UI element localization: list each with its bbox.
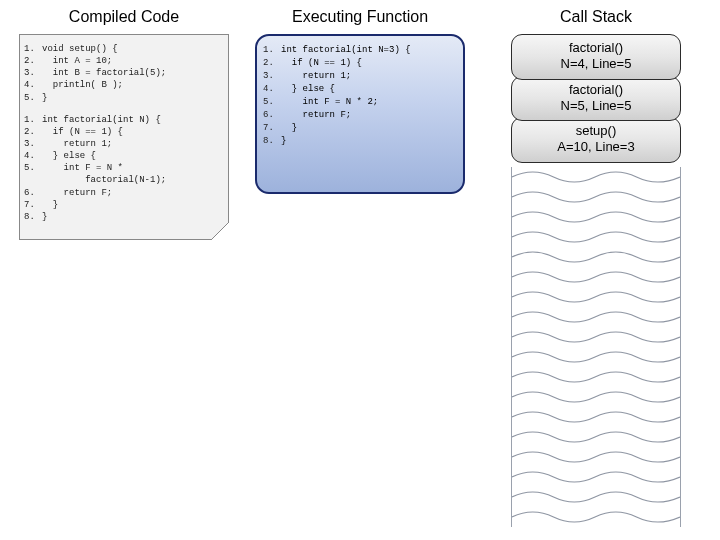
stack-frame-0: factorial() N=4, Line=5 [511, 34, 681, 80]
stack-frame-info: A=10, Line=3 [518, 139, 674, 155]
stack-frame-info: N=4, Line=5 [518, 56, 674, 72]
compiled-code-block-2: 1.int factorial(int N) { 2. if (N == 1) … [24, 114, 166, 223]
stack-frame-fn: setup() [518, 123, 674, 139]
executing-function-column: Executing Function 1.int factorial(int N… [248, 8, 472, 532]
compiled-code-title: Compiled Code [69, 8, 179, 26]
call-stack-title: Call Stack [560, 8, 632, 26]
stack-frame-1: factorial() N=5, Line=5 [511, 76, 681, 122]
stack-memory-stream [511, 167, 681, 527]
compiled-code-note: 1.void setup() { 2. int A = 10; 3. int B… [19, 34, 229, 240]
executing-function-box: 1.int factorial(int N=3) { 2. if (N == 1… [255, 34, 465, 194]
executing-function-title: Executing Function [292, 8, 428, 26]
call-stack-column: Call Stack factorial() N=4, Line=5 facto… [484, 8, 708, 532]
compiled-code-block-1: 1.void setup() { 2. int A = 10; 3. int B… [24, 43, 166, 104]
stack-frame-2: setup() A=10, Line=3 [511, 117, 681, 163]
stack-frame-info: N=5, Line=5 [518, 98, 674, 114]
compiled-code-column: Compiled Code 1.void setup() { 2. int A … [12, 8, 236, 532]
wave-icon [512, 167, 680, 527]
call-stack-wrap: factorial() N=4, Line=5 factorial() N=5,… [491, 34, 701, 527]
stack-frame-fn: factorial() [518, 40, 674, 56]
stack-frame-fn: factorial() [518, 82, 674, 98]
